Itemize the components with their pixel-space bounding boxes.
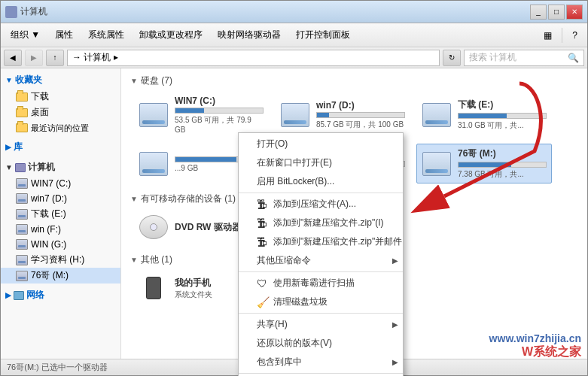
sidebar-section-computer: ▼ 计算机 WIN7 (C:) win7 (D:) 下载 (E:) (1, 159, 120, 284)
ctx-scan-label: 使用新毒霸进行扫描 (273, 277, 355, 290)
back-button[interactable]: ◀ (4, 50, 22, 66)
titlebar: 计算机 _ □ ✕ (1, 1, 587, 23)
library-label: 库 (14, 141, 23, 153)
drive-size-e: 31.0 GB 可用，共... (458, 120, 547, 131)
ctx-clean[interactable]: 🧹 清理磁盘垃圾 (239, 293, 403, 311)
drive-c-icon (16, 177, 28, 190)
search-placeholder: 搜索 计算机 (469, 51, 516, 64)
scan-icon: 🛡 (257, 277, 269, 290)
refresh-button[interactable]: ↻ (443, 50, 461, 66)
organize-button[interactable]: 组织 ▼ (4, 26, 47, 45)
forward-button[interactable]: ▶ (25, 50, 43, 66)
sidebar-item-d[interactable]: win7 (D:) (1, 191, 120, 206)
ctx-scan[interactable]: 🛡 使用新毒霸进行扫描 (239, 274, 403, 293)
sidebar-item-label: WIN (G:) (31, 239, 66, 250)
sidebar-section-favorites: ▼ 收藏夹 下载 桌面 最近访问的位置 (1, 71, 120, 135)
search-field[interactable]: 搜索 计算机 🔍 (464, 50, 584, 66)
uninstall-button[interactable]: 卸载或更改程序 (133, 26, 209, 45)
drive-info-d: win7 (D:) 85.7 GB 可用，共 100 GB (316, 100, 405, 130)
sidebar-item-c[interactable]: WIN7 (C:) (1, 176, 120, 191)
sidebar-item-label: 下载 (E:) (31, 208, 66, 220)
drive-item-e[interactable]: 下载 (E:) 31.0 GB 可用，共... (416, 92, 552, 138)
drive-size-c: 53.5 GB 可用，共 79.9 GB (175, 115, 264, 134)
drive-d-icon (16, 193, 28, 205)
ctx-open-new[interactable]: 在新窗口中打开(E) (239, 153, 403, 172)
library-header[interactable]: ▶ 库 (1, 138, 120, 156)
help-button[interactable]: ? (565, 26, 584, 45)
sidebar-section-library: ▶ 库 (1, 138, 120, 156)
drive-item-c[interactable]: WIN7 (C:) 53.5 GB 可用，共 79.9 GB (133, 92, 269, 138)
sidebar-item-g[interactable]: WIN (G:) (1, 237, 120, 252)
ctx-restore[interactable]: 还原以前的版本(V) (239, 334, 403, 353)
drive-item-m[interactable]: 76哥 (M:) 7.38 GB 可用，共... (416, 144, 552, 183)
ctx-bitlocker[interactable]: 启用 BitLocker(B)... (239, 172, 403, 191)
window: 计算机 _ □ ✕ 组织 ▼ 属性 系统属性 卸载或更改程序 映射网络驱动器 打… (0, 0, 588, 376)
section-arrow-drives: ▼ (130, 77, 138, 85)
sidebar-item-f[interactable]: win (F:) (1, 222, 120, 237)
titlebar-left: 计算机 (5, 5, 47, 18)
download-folder-icon (16, 91, 28, 103)
drive-m-icon (16, 270, 28, 282)
drive-info-c: WIN7 (C:) 53.5 GB 可用，共 79.9 GB (175, 96, 264, 134)
drive-item-d[interactable]: win7 (D:) 85.7 GB 可用，共 100 GB (275, 92, 410, 138)
ctx-sep-3 (239, 313, 403, 314)
ctx-add-zip-email[interactable]: 🗜 添加到"新建压缩文件.zip"并邮件 (239, 232, 403, 251)
drive-info-e: 下载 (E:) 31.0 GB 可用，共... (458, 99, 547, 131)
drive-fill-d (317, 113, 329, 117)
map-drive-button[interactable]: 映射网络驱动器 (211, 26, 288, 45)
sidebar: ▼ 收藏夹 下载 桌面 最近访问的位置 ▶ (1, 68, 121, 359)
dvd-icon (139, 214, 169, 241)
computer-header[interactable]: ▼ 计算机 (1, 159, 120, 176)
zip-email-icon: 🗜 (257, 236, 269, 248)
drive-bar-d (316, 112, 405, 118)
control-panel-button[interactable]: 打开控制面板 (289, 26, 357, 45)
sidebar-item-h[interactable]: 学习资料 (H:) (1, 252, 120, 268)
drive-big-icon-m (422, 150, 452, 177)
sidebar-item-label: WIN7 (C:) (31, 178, 71, 189)
favorites-label: 收藏夹 (15, 74, 42, 86)
properties-button[interactable]: 属性 (48, 26, 80, 45)
network-arrow: ▶ (5, 291, 11, 299)
drive-bar-c (175, 108, 264, 114)
sidebar-item-desktop[interactable]: 桌面 (1, 105, 120, 120)
ctx-open-new-label: 在新窗口中打开(E) (257, 156, 332, 169)
system-properties-button[interactable]: 系统属性 (81, 26, 131, 45)
ctx-share[interactable]: 共享(H) ▶ (239, 315, 403, 334)
phone-icon (139, 274, 169, 302)
ctx-include-library[interactable]: 包含到库中 ▶ (239, 353, 403, 371)
submenu-arrow-library: ▶ (392, 358, 398, 366)
ctx-other-compress-label: 其他压缩命令 (257, 254, 311, 267)
up-button[interactable]: ↑ (46, 50, 64, 66)
ctx-open[interactable]: 打开(O) (239, 135, 403, 153)
removable-label: 有可移动存储的设备 (1) (141, 193, 236, 205)
ctx-add-zip[interactable]: 🗜 添加到"新建压缩文件.zip"(I) (239, 214, 403, 232)
sidebar-item-recent[interactable]: 最近访问的位置 (1, 120, 120, 135)
drive-name-d: win7 (D:) (316, 100, 405, 111)
hard-drives-header: ▼ 硬盘 (7) (127, 74, 581, 87)
network-header[interactable]: ▶ 网络 (1, 287, 120, 304)
minimize-button[interactable]: _ (530, 5, 547, 20)
drive-h-icon (16, 254, 28, 266)
ctx-add-archive[interactable]: 🗜 添加到压缩文件(A)... (239, 195, 403, 214)
ctx-clean-label: 清理磁盘垃圾 (273, 296, 328, 308)
sidebar-item-download[interactable]: 下载 (1, 89, 120, 105)
close-button[interactable]: ✕ (566, 5, 583, 20)
ctx-add-archive-label: 添加到压缩文件(A)... (273, 198, 356, 211)
drive-big-icon-c (139, 102, 169, 129)
address-field[interactable]: → 计算机 ▸ (67, 50, 440, 66)
sidebar-item-m[interactable]: 76哥 (M:) (1, 268, 120, 284)
drive-big-icon-d (280, 102, 310, 129)
maximize-button[interactable]: □ (548, 5, 565, 20)
sidebar-item-label: win7 (D:) (31, 193, 67, 204)
drive-e-icon (16, 208, 28, 220)
archive-icon: 🗜 (257, 199, 269, 211)
drive-bar-e (458, 113, 547, 119)
drive-big-icon-e (422, 102, 452, 129)
ctx-sep-1 (239, 193, 403, 193)
section-arrow-other: ▼ (130, 256, 138, 264)
favorites-header[interactable]: ▼ 收藏夹 (1, 71, 120, 89)
view-button[interactable]: ▦ (537, 26, 559, 45)
ctx-other-compress[interactable]: 其他压缩命令 ▶ (239, 251, 403, 270)
ctx-share-label: 共享(H) (257, 318, 288, 331)
sidebar-item-e[interactable]: 下载 (E:) (1, 206, 120, 222)
